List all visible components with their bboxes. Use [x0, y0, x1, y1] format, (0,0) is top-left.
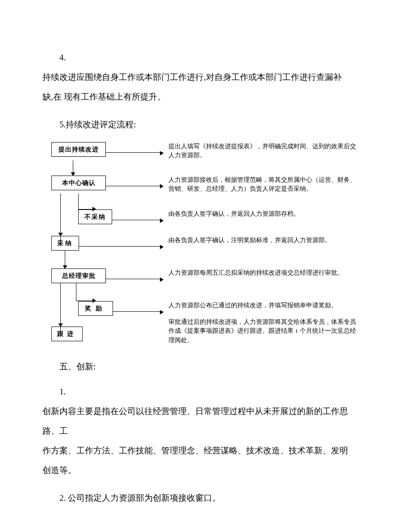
innovation-1-number: 1.: [42, 383, 371, 400]
flow-desc-reject: 由各负责人签字确认，并返回人力资源部存档。: [163, 209, 362, 218]
flow-desc-approve: 人力资源部每周五汇总拟采纳的持续改进项交总经理进行审批。: [163, 268, 362, 277]
arrow-right-icon: [79, 246, 163, 247]
innovation-1-line-3: 作方案、工作方法、工作技能、管理理念、经营谋略、技术改造、技术革新、发明: [42, 442, 371, 459]
flowchart: 提出持续改进 提出人填写《持续改进提报表》，并明确完成时间、达到的效果后交人力资…: [51, 142, 362, 345]
flow-box-accept: 采纳: [51, 236, 79, 251]
flow-box-center: 本中心确认: [51, 176, 106, 190]
arrow-right-icon: [106, 152, 163, 153]
section-5-heading: 五、创新:: [42, 358, 371, 375]
item-4-line-1: 持续改进应围绕自身工作或本部门工作进行,对自身工作或本部门工作进行查漏补: [42, 69, 371, 86]
innovation-1-line-2: 路、工: [42, 423, 371, 440]
item-4-number: 4.: [42, 49, 371, 66]
arrow-right-icon: [106, 186, 163, 186]
arrow-right-icon: [113, 311, 163, 312]
item-5-header: 5.持续改进评定流程:: [42, 116, 371, 133]
flow-desc-center: 人力资源部接收后，根据管理范畴，将其交所属中心（运营、财务、营销、研发、总经理、…: [163, 176, 362, 194]
flow-box-reward: 奖励: [78, 301, 113, 316]
flow-desc-follow: 审批通过后的持续改进项，人力资源部将其交给体系专员，体系专员作成《提案事项跟进表…: [163, 318, 362, 345]
flow-desc-accept: 由各负责人签字确认，注明奖励标准，并返回人力资源部。: [163, 236, 362, 245]
flow-box-reject: 不采纳: [78, 209, 112, 224]
document-page: 4. 持续改进应围绕自身工作或本部门工作进行,对自身工作或本部门工作进行查漏补 …: [0, 0, 411, 532]
flow-desc-reward: 人力资源部公布已通过的持续改进，并填写报销单申请奖励。: [163, 301, 362, 310]
arrow-right-icon: [112, 220, 163, 220]
innovation-2: 2. 公司指定人力资源部为创新项接收窗口。: [42, 490, 371, 507]
flow-box-approve: 总经理审批: [51, 268, 106, 283]
flow-box-propose: 提出持续改进: [51, 142, 106, 157]
item-4-line-2: 缺,在 现有工作基础上有所提升。: [42, 88, 371, 105]
innovation-1-line-4: 创造等。: [42, 462, 371, 479]
flow-desc-propose: 提出人填写《持续改进提报表》，并明确完成时间、达到的效果后交人力资源部。: [163, 142, 362, 160]
flow-box-follow: 跟进: [51, 327, 83, 341]
innovation-1-line-1: 创新内容主要是指在公司以往经营管理、日常管理过程中从未开展过的新的工作思: [42, 403, 371, 420]
arrow-right-icon: [106, 279, 163, 279]
